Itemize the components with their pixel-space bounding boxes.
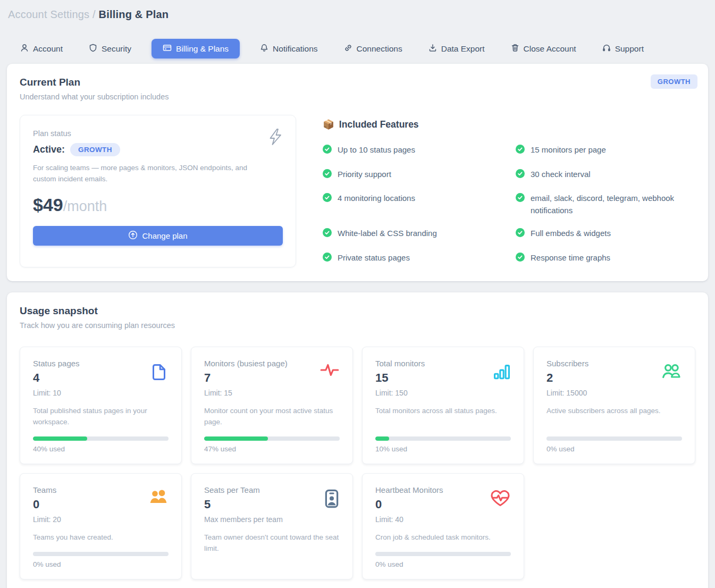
feature-item: 30 check interval	[516, 169, 695, 182]
check-circle-icon	[323, 145, 332, 157]
feature-item: 15 monitors per page	[516, 144, 695, 157]
progress-fill	[204, 436, 268, 441]
usage-card-percent: 0% used	[546, 445, 682, 453]
progress-bar	[33, 552, 169, 556]
usage-card-subscribers: Subscribers 2 Limit: 15000 Active subscr…	[533, 347, 695, 464]
usage-card-limit: Max members per team	[204, 515, 283, 524]
id-badge-icon	[324, 489, 340, 511]
usage-card-description: Team owner doesn't count toward the seat…	[204, 532, 340, 568]
check-circle-icon	[516, 193, 525, 216]
tab-close-account[interactable]: Close Account	[505, 39, 582, 58]
usage-card-limit: Limit: 15000	[546, 389, 588, 397]
breadcrumb: Account Settings / Billing & Plan	[7, 7, 708, 21]
check-circle-icon	[323, 253, 332, 265]
usage-card-percent: 10% used	[375, 445, 511, 453]
usage-card-label: Monitors (busiest page)	[204, 359, 288, 368]
usage-subtitle: Track how you are consuming plan resourc…	[20, 321, 695, 330]
feature-item: 4 monitoring locations	[323, 192, 502, 216]
feature-text: Private status pages	[338, 252, 410, 265]
check-circle-icon	[516, 169, 525, 182]
usage-card-value: 2	[546, 371, 588, 385]
users-icon	[661, 362, 682, 382]
tab-label: Support	[615, 44, 644, 54]
users-filled-icon	[148, 489, 169, 508]
feature-text: Up to 10 status pages	[338, 144, 415, 157]
feature-text: 15 monitors per page	[531, 144, 606, 157]
tab-label: Security	[102, 44, 131, 54]
feature-text: Full embeds & widgets	[531, 228, 611, 241]
lightning-bolt-icon	[267, 128, 284, 148]
tab-security[interactable]: Security	[83, 39, 137, 58]
headset-icon	[602, 44, 611, 54]
check-circle-icon	[323, 228, 332, 241]
progress-bar	[33, 436, 169, 441]
trash-icon	[511, 44, 519, 54]
plan-status-label: Plan status	[33, 129, 283, 138]
progress-fill	[375, 436, 389, 441]
bar-chart-icon	[493, 362, 511, 383]
progress-bar	[375, 436, 511, 441]
plan-price: $49/month	[33, 195, 283, 215]
usage-card-percent: 0% used	[375, 560, 511, 568]
usage-card-percent: 40% used	[33, 445, 169, 453]
usage-card-description: Teams you have created.	[33, 532, 169, 552]
usage-card-total-monitors: Total monitors 15 Limit: 150 Total monit…	[362, 347, 524, 464]
usage-card-value: 4	[33, 371, 80, 385]
usage-snapshot-section: Usage snapshot Track how you are consumi…	[7, 292, 708, 588]
tab-account[interactable]: Account	[14, 39, 69, 58]
usage-card-percent: 47% used	[204, 445, 340, 453]
tab-notifications[interactable]: Notifications	[254, 39, 323, 58]
usage-card-value: 7	[204, 371, 288, 385]
usage-card-label: Heartbeat Monitors	[375, 485, 443, 494]
usage-card-value: 0	[375, 498, 443, 511]
feature-item: Full embeds & widgets	[516, 228, 695, 241]
change-plan-button[interactable]: Change plan	[33, 226, 283, 246]
usage-card-description: Total published status pages in your wor…	[33, 406, 169, 436]
usage-card-limit: Limit: 40	[375, 515, 443, 524]
usage-card-description: Cron job & scheduled task monitors.	[375, 532, 511, 552]
usage-title: Usage snapshot	[20, 305, 695, 317]
package-icon: 📦	[323, 119, 334, 130]
tab-data-export[interactable]: Data Export	[423, 39, 491, 58]
tab-label: Close Account	[524, 44, 576, 54]
bell-icon	[260, 44, 268, 54]
check-circle-icon	[516, 145, 525, 157]
current-plan-title: Current Plan	[20, 77, 695, 88]
credit-card-icon	[163, 44, 172, 54]
link-icon	[344, 44, 352, 54]
check-circle-icon	[516, 253, 525, 265]
tab-label: Account	[33, 44, 63, 54]
feature-item: White-label & CSS branding	[323, 228, 502, 241]
tab-support[interactable]: Support	[596, 39, 650, 58]
tab-billing-plans[interactable]: Billing & Plans	[152, 39, 240, 58]
tab-label: Billing & Plans	[176, 44, 229, 54]
check-circle-icon	[516, 228, 525, 241]
feature-item: email, slack, discord, telegram, webhook…	[516, 192, 695, 216]
breadcrumb-separator: /	[92, 9, 96, 20]
included-features-title: Included Features	[339, 119, 419, 130]
feature-text: 4 monitoring locations	[338, 192, 415, 216]
usage-card-value: 15	[375, 371, 425, 385]
usage-grid: Status pages 4 Limit: 10 Total published…	[20, 347, 695, 579]
download-icon	[428, 44, 437, 54]
feature-item: Up to 10 status pages	[323, 144, 502, 157]
breadcrumb-section[interactable]: Account Settings	[8, 9, 89, 20]
feature-text: Priority support	[338, 169, 391, 182]
change-plan-label: Change plan	[142, 231, 187, 240]
heart-pulse-icon	[490, 489, 511, 510]
usage-card-seats-per-team: Seats per Team 5 Max members per team Te…	[191, 473, 353, 579]
plan-description: For scaling teams — more pages & monitor…	[33, 163, 256, 185]
usage-card-label: Seats per Team	[204, 485, 283, 494]
feature-text: White-label & CSS branding	[338, 228, 437, 241]
usage-card-monitors-busiest: Monitors (busiest page) 7 Limit: 15 Moni…	[191, 347, 353, 464]
progress-bar	[375, 552, 511, 556]
usage-card-heartbeat-monitors: Heartbeat Monitors 0 Limit: 40 Cron job …	[362, 473, 524, 579]
tab-label: Notifications	[273, 44, 317, 54]
progress-fill	[33, 436, 87, 441]
usage-card-label: Status pages	[33, 359, 80, 368]
feature-text: 30 check interval	[531, 169, 591, 182]
check-circle-icon	[323, 169, 332, 182]
tab-connections[interactable]: Connections	[338, 39, 408, 58]
progress-bar	[204, 436, 340, 441]
person-icon	[20, 44, 29, 54]
